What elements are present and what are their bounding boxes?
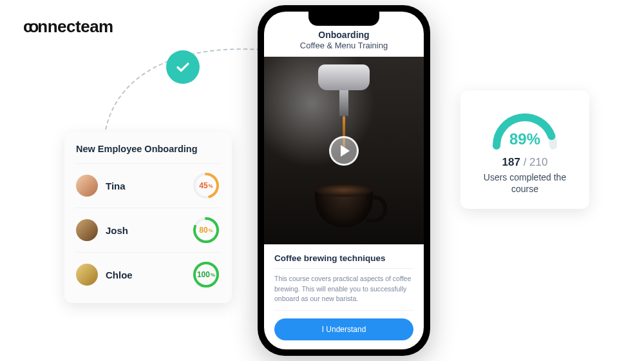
course-video[interactable] bbox=[264, 57, 424, 244]
understand-button[interactable]: I Understand bbox=[274, 318, 413, 340]
espresso-machine-icon bbox=[318, 64, 370, 122]
completion-percent: 89% bbox=[486, 130, 564, 148]
avatar bbox=[76, 219, 98, 241]
employee-card-title: New Employee Onboarding bbox=[76, 144, 220, 154]
check-icon bbox=[175, 59, 191, 75]
course-header-title: Onboarding bbox=[270, 30, 417, 40]
phone-notch bbox=[308, 12, 379, 26]
check-badge bbox=[166, 50, 200, 84]
employee-name: Josh bbox=[106, 225, 192, 236]
brand-logo: connecteam bbox=[23, 17, 113, 37]
phone-frame: Onboarding Coffee & Menu Training Coffee… bbox=[258, 5, 430, 356]
employee-onboarding-card: New Employee Onboarding Tina 45% Josh 80… bbox=[64, 132, 232, 303]
course-section-title: Coffee brewing techniques bbox=[274, 253, 413, 263]
employee-row[interactable]: Chloe 100% bbox=[76, 252, 220, 297]
completion-card: 89% 187 / 210 Users completed the course bbox=[460, 90, 589, 209]
completion-gauge: 89% bbox=[486, 103, 564, 152]
phone-screen: Onboarding Coffee & Menu Training Coffee… bbox=[264, 12, 424, 349]
employee-name: Tina bbox=[106, 180, 192, 191]
play-icon[interactable] bbox=[329, 136, 359, 166]
coffee-cup-icon bbox=[315, 190, 373, 228]
progress-ring: 100% bbox=[192, 260, 220, 289]
employee-name: Chloe bbox=[106, 269, 192, 280]
progress-ring: 80% bbox=[192, 216, 220, 244]
avatar bbox=[76, 175, 98, 197]
course-header-subtitle: Coffee & Menu Training bbox=[270, 41, 417, 50]
avatar bbox=[76, 264, 98, 286]
progress-ring: 45% bbox=[192, 171, 220, 200]
employee-row[interactable]: Josh 80% bbox=[76, 208, 220, 252]
employee-row[interactable]: Tina 45% bbox=[76, 163, 220, 208]
course-section-description: This course covers practical aspects of … bbox=[274, 268, 413, 311]
